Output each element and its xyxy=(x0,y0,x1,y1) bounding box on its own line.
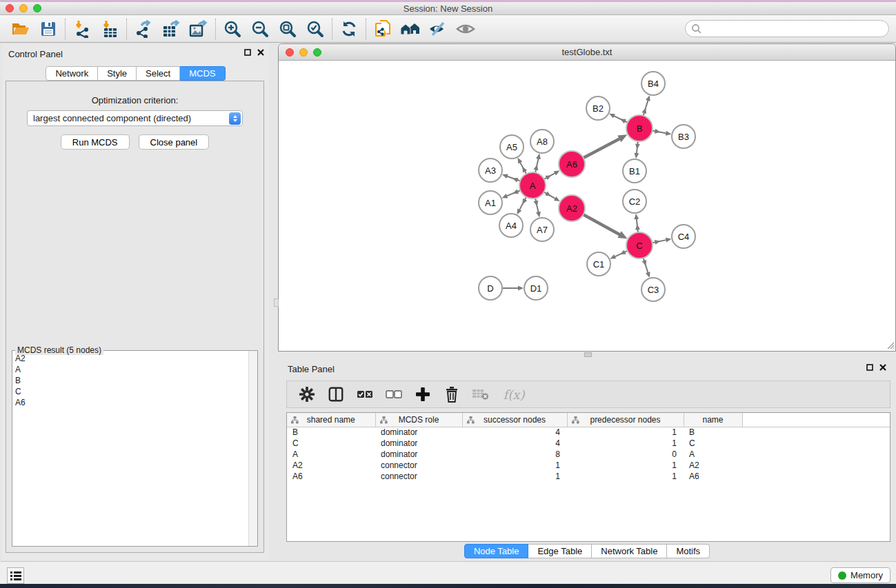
table-body: Bdominator41BCdominator41CAdominator80AA… xyxy=(287,427,890,482)
cell-predecessor-nodes[interactable]: 1 xyxy=(567,427,684,438)
table-row[interactable]: Adominator80A xyxy=(287,449,890,460)
cell-name[interactable]: C xyxy=(684,438,742,449)
zoom-out-icon[interactable] xyxy=(246,17,274,41)
cell-name[interactable]: B xyxy=(684,427,742,438)
tab-motifs[interactable]: Motifs xyxy=(667,544,710,558)
delete-table-icon[interactable] xyxy=(469,383,492,405)
node-table[interactable]: shared nameMCDS rolesuccessor nodesprede… xyxy=(286,412,890,542)
refresh-layout-icon[interactable] xyxy=(335,17,363,41)
network-graph: B4B2BB3A5A8A6B1A3AA1C2A2A4A7C4CC1C3DD1 xyxy=(279,61,895,350)
table-header-row[interactable]: shared nameMCDS rolesuccessor nodesprede… xyxy=(287,413,890,427)
cell-predecessor-nodes[interactable]: 1 xyxy=(567,460,684,471)
close-panel-button[interactable]: Close panel xyxy=(139,134,210,150)
cell-predecessor-nodes[interactable]: 0 xyxy=(567,449,684,460)
task-history-button[interactable] xyxy=(7,567,24,584)
cell-name[interactable]: A2 xyxy=(684,460,742,471)
cell-successor-nodes[interactable]: 8 xyxy=(462,449,567,460)
duplicate-network-icon[interactable] xyxy=(369,17,397,41)
deselect-all-icon[interactable] xyxy=(382,383,406,405)
column-header-predecessor-nodes[interactable]: predecessor nodes xyxy=(567,413,684,427)
cell-MCDS-role[interactable]: dominator xyxy=(375,427,462,438)
cell-predecessor-nodes[interactable]: 1 xyxy=(567,471,684,482)
network-canvas[interactable]: B4B2BB3A5A8A6B1A3AA1C2A2A4A7C4CC1C3DD1 xyxy=(279,61,895,350)
cell-successor-nodes[interactable]: 4 xyxy=(462,427,567,438)
cell-MCDS-role[interactable]: connector xyxy=(375,471,462,482)
export-image-icon[interactable] xyxy=(185,17,212,41)
cell-shared-name[interactable]: A2 xyxy=(287,460,375,471)
show-columns-icon[interactable] xyxy=(324,383,348,405)
criterion-dropdown[interactable]: largest connected component (directed) xyxy=(27,110,243,126)
tab-network[interactable]: Network xyxy=(46,66,98,81)
tab-network-table[interactable]: Network Table xyxy=(592,544,667,558)
cell-shared-name[interactable]: A6 xyxy=(287,471,375,482)
network-window-titlebar[interactable]: testGlobe.txt xyxy=(279,44,895,61)
cell-MCDS-role[interactable]: connector xyxy=(375,460,462,471)
hide-panel-eye-icon[interactable] xyxy=(424,17,452,41)
select-all-icon[interactable] xyxy=(353,383,377,405)
tab-mcds[interactable]: MCDS xyxy=(180,66,225,81)
export-network-icon[interactable] xyxy=(130,17,157,41)
cell-name[interactable]: A xyxy=(684,449,742,460)
import-table-icon[interactable] xyxy=(96,17,123,41)
graph-node-label: C xyxy=(636,241,642,251)
table-row[interactable]: Cdominator41C xyxy=(287,438,890,449)
table-settings-gear-icon[interactable] xyxy=(295,383,319,405)
result-item[interactable]: A2 xyxy=(12,353,248,364)
home-icon[interactable] xyxy=(397,17,424,41)
mcds-result-list[interactable]: A2ABCA6 xyxy=(12,353,248,546)
save-session-icon[interactable] xyxy=(34,17,62,41)
show-panel-eye-icon[interactable] xyxy=(452,17,479,41)
column-header-name[interactable]: name xyxy=(684,413,742,427)
table-row[interactable]: A6connector11A6 xyxy=(287,471,890,482)
graph-node-label: D xyxy=(487,283,493,294)
float-table-panel-icon[interactable] xyxy=(866,364,873,371)
zoom-fit-icon[interactable] xyxy=(274,17,301,41)
tab-edge-table[interactable]: Edge Table xyxy=(528,544,592,558)
float-panel-icon[interactable] xyxy=(244,49,251,56)
function-builder-fx-icon[interactable]: f(x) xyxy=(504,387,525,402)
column-header-successor-nodes[interactable]: successor nodes xyxy=(462,413,567,427)
zoom-selected-icon[interactable] xyxy=(301,17,329,41)
cell-MCDS-role[interactable]: dominator xyxy=(375,438,462,449)
table-row[interactable]: Bdominator41B xyxy=(287,427,890,438)
table-row[interactable]: A2connector11A2 xyxy=(287,460,890,471)
mcds-result-box: MCDS result (5 nodes) A2ABCA6 xyxy=(12,350,258,547)
search-input[interactable] xyxy=(685,20,889,37)
graph-node-label: A2 xyxy=(566,203,577,214)
cell-MCDS-role[interactable]: dominator xyxy=(375,449,462,460)
import-network-icon[interactable] xyxy=(68,17,96,41)
tab-node-table[interactable]: Node Table xyxy=(464,544,529,558)
cell-successor-nodes[interactable]: 4 xyxy=(462,438,567,449)
tab-style[interactable]: Style xyxy=(98,66,137,81)
result-scrollbar[interactable] xyxy=(248,351,257,546)
network-bottom-scrollthumb[interactable] xyxy=(584,352,592,357)
cell-shared-name[interactable]: C xyxy=(287,438,375,449)
graph-node-label: A xyxy=(530,181,536,191)
cell-successor-nodes[interactable]: 1 xyxy=(462,460,567,471)
tab-select[interactable]: Select xyxy=(137,66,180,81)
add-column-plus-icon[interactable] xyxy=(411,383,435,405)
cell-name[interactable]: A6 xyxy=(684,471,742,482)
cell-shared-name[interactable]: B xyxy=(287,427,375,438)
column-header-shared-name[interactable]: shared name xyxy=(287,413,375,427)
memory-button[interactable]: Memory xyxy=(830,567,890,583)
cell-shared-name[interactable]: A xyxy=(287,449,375,460)
delete-trash-icon[interactable] xyxy=(440,383,464,405)
cell-successor-nodes[interactable]: 1 xyxy=(462,471,567,482)
table-toolbar: f(x) xyxy=(286,381,890,408)
open-session-icon[interactable] xyxy=(7,17,34,41)
close-panel-icon[interactable] xyxy=(257,49,264,56)
result-item[interactable]: B xyxy=(12,375,248,386)
close-table-panel-icon[interactable] xyxy=(879,364,886,371)
network-left-scrollgrip[interactable] xyxy=(274,298,279,307)
cell-predecessor-nodes[interactable]: 1 xyxy=(567,438,684,449)
search-field-wrap xyxy=(685,20,889,37)
resize-grip-icon[interactable] xyxy=(885,340,895,349)
result-item[interactable]: C xyxy=(12,386,248,397)
result-item[interactable]: A xyxy=(12,364,248,375)
column-header-MCDS-role[interactable]: MCDS role xyxy=(375,413,462,427)
result-item[interactable]: A6 xyxy=(12,397,248,408)
zoom-in-icon[interactable] xyxy=(219,17,246,41)
run-mcds-button[interactable]: Run MCDS xyxy=(61,134,130,150)
export-table-icon[interactable] xyxy=(157,17,185,41)
